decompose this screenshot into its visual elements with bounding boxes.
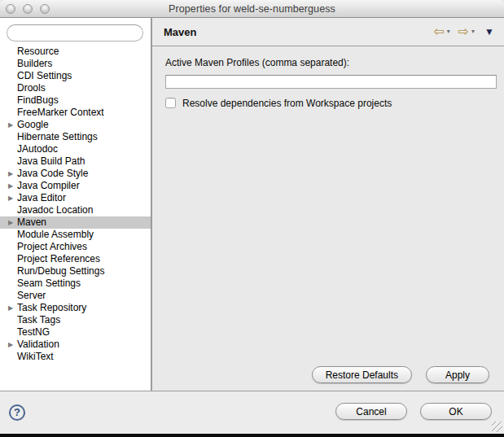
tree-item-label: Javadoc Location bbox=[17, 204, 93, 216]
tree-item-freemarker-context[interactable]: FreeMarker Context bbox=[0, 107, 151, 119]
tree-item-label: WikiText bbox=[17, 351, 54, 363]
tree-item-server[interactable]: Server bbox=[0, 290, 151, 302]
page-title: Maven bbox=[164, 26, 433, 38]
tree-item-wikitext[interactable]: WikiText bbox=[0, 351, 151, 363]
tree-item-java-code-style[interactable]: ▶Java Code Style bbox=[0, 168, 151, 180]
tree-item-label: Validation bbox=[17, 339, 59, 351]
tree-item-label: Resource bbox=[17, 46, 59, 58]
tree-item-task-repository[interactable]: ▶Task Repository bbox=[0, 302, 151, 314]
disclosure-triangle-icon[interactable]: ▶ bbox=[8, 119, 17, 131]
window-controls bbox=[6, 4, 50, 14]
apply-button[interactable]: Apply bbox=[426, 366, 489, 383]
tree-item-project-archives[interactable]: Project Archives bbox=[0, 241, 151, 253]
tree-item-jautodoc[interactable]: JAutodoc bbox=[0, 143, 151, 155]
tree-item-project-references[interactable]: Project References bbox=[0, 253, 151, 265]
tree-item-drools[interactable]: Drools bbox=[0, 82, 151, 94]
tree-item-label: Server bbox=[17, 290, 46, 302]
tree-item-label: Drools bbox=[17, 82, 46, 94]
tree-item-builders[interactable]: Builders bbox=[0, 58, 151, 70]
close-button[interactable] bbox=[6, 4, 15, 14]
resolve-dependencies-label: Resolve dependencies from Workspace proj… bbox=[182, 98, 392, 109]
disclosure-triangle-icon[interactable]: ▶ bbox=[8, 192, 17, 204]
dialog-buttons: Cancel OK bbox=[335, 403, 492, 420]
tree-item-label: TestNG bbox=[17, 326, 50, 339]
tree-item-label: FreeMarker Context bbox=[17, 107, 104, 119]
tree-item-label: Builders bbox=[17, 58, 52, 70]
cancel-button[interactable]: Cancel bbox=[335, 403, 407, 420]
tree-item-label: CDI Settings bbox=[17, 70, 72, 82]
filter-input[interactable] bbox=[7, 24, 143, 42]
tree-item-java-build-path[interactable]: Java Build Path bbox=[0, 155, 151, 168]
back-arrow-icon[interactable]: ⇦ bbox=[433, 25, 444, 38]
maven-settings-panel: Active Maven Profiles (comma separated):… bbox=[152, 46, 504, 391]
disclosure-triangle-icon[interactable]: ▶ bbox=[8, 180, 17, 192]
tree-item-task-tags[interactable]: Task Tags bbox=[0, 314, 151, 326]
ok-button[interactable]: OK bbox=[420, 403, 492, 420]
tree-item-label: Project References bbox=[17, 253, 100, 265]
properties-dialog: Properties for weld-se-numberguess Resou… bbox=[0, 0, 504, 437]
zoom-button[interactable] bbox=[40, 4, 50, 14]
window-bottom-edge bbox=[0, 434, 504, 437]
tree-item-label: Seam Settings bbox=[17, 277, 81, 290]
tree-item-validation[interactable]: ▶Validation bbox=[0, 339, 151, 351]
titlebar[interactable]: Properties for weld-se-numberguess bbox=[0, 0, 504, 18]
tree-item-label: Task Tags bbox=[17, 314, 60, 326]
tree-item-label: Google bbox=[17, 119, 49, 131]
tree-item-label: Task Repository bbox=[17, 302, 86, 314]
help-button[interactable]: ? bbox=[9, 404, 25, 421]
content-header: Maven ⇦ ▾ ⇨ ▾ ▼ bbox=[152, 18, 504, 46]
sidebar: ResourceBuildersCDI SettingsDroolsFindBu… bbox=[0, 18, 152, 391]
resolve-dependencies-row: Resolve dependencies from Workspace proj… bbox=[165, 98, 497, 109]
tree-item-label: Module Assembly bbox=[17, 229, 94, 241]
tree-item-cdi-settings[interactable]: CDI Settings bbox=[0, 70, 151, 82]
content-pane: Maven ⇦ ▾ ⇨ ▾ ▼ Active Maven Profiles (c… bbox=[152, 18, 504, 391]
disclosure-triangle-icon[interactable]: ▶ bbox=[8, 302, 17, 314]
disclosure-triangle-icon[interactable]: ▶ bbox=[8, 216, 17, 229]
resolve-dependencies-checkbox[interactable] bbox=[165, 98, 176, 108]
disclosure-triangle-icon[interactable]: ▶ bbox=[8, 168, 17, 180]
restore-defaults-button[interactable]: Restore Defaults bbox=[312, 366, 412, 383]
profiles-input[interactable] bbox=[165, 75, 497, 89]
tree-item-label: Hibernate Settings bbox=[17, 131, 98, 143]
tree-item-label: Run/Debug Settings bbox=[17, 265, 104, 277]
forward-arrow-icon[interactable]: ⇨ bbox=[458, 25, 469, 38]
tree-item-label: FindBugs bbox=[17, 94, 59, 107]
tree-item-seam-settings[interactable]: Seam Settings bbox=[0, 277, 151, 290]
tree-item-maven[interactable]: ▶Maven bbox=[0, 216, 151, 229]
tree-item-javadoc-location[interactable]: Javadoc Location bbox=[0, 204, 151, 216]
view-menu-icon[interactable]: ▼ bbox=[484, 27, 494, 37]
header-nav: ⇦ ▾ ⇨ ▾ ▼ bbox=[433, 25, 494, 38]
minimize-button[interactable] bbox=[23, 4, 33, 14]
tree-item-findbugs[interactable]: FindBugs bbox=[0, 94, 151, 107]
tree-item-label: Java Code Style bbox=[17, 168, 88, 180]
tree-item-label: Java Compiler bbox=[17, 180, 80, 192]
tree-item-resource[interactable]: Resource bbox=[0, 46, 151, 58]
properties-tree: ResourceBuildersCDI SettingsDroolsFindBu… bbox=[0, 45, 151, 391]
tree-item-testng[interactable]: TestNG bbox=[0, 326, 151, 339]
profiles-label: Active Maven Profiles (comma separated): bbox=[165, 57, 497, 68]
resize-grip-icon[interactable] bbox=[492, 422, 502, 432]
main-area: ResourceBuildersCDI SettingsDroolsFindBu… bbox=[0, 18, 504, 391]
filter-container bbox=[0, 18, 151, 45]
tree-item-label: Project Archives bbox=[17, 241, 87, 253]
back-dropdown-icon[interactable]: ▾ bbox=[447, 28, 450, 35]
tree-item-run-debug-settings[interactable]: Run/Debug Settings bbox=[0, 265, 151, 277]
tree-item-label: JAutodoc bbox=[17, 143, 58, 155]
tree-item-label: Java Build Path bbox=[17, 155, 85, 168]
tree-item-label: Java Editor bbox=[17, 192, 66, 204]
window-title: Properties for weld-se-numberguess bbox=[169, 3, 335, 15]
disclosure-triangle-icon[interactable]: ▶ bbox=[8, 339, 17, 351]
tree-item-google[interactable]: ▶Google bbox=[0, 119, 151, 131]
footer-bar: ? Cancel OK bbox=[0, 391, 504, 434]
forward-dropdown-icon[interactable]: ▾ bbox=[471, 28, 475, 35]
tree-item-java-editor[interactable]: ▶Java Editor bbox=[0, 192, 151, 204]
tree-item-module-assembly[interactable]: Module Assembly bbox=[0, 229, 151, 241]
tree-item-label: Maven bbox=[17, 216, 46, 229]
tree-item-java-compiler[interactable]: ▶Java Compiler bbox=[0, 180, 151, 192]
panel-buttons: Restore Defaults Apply bbox=[312, 366, 489, 383]
tree-item-hibernate-settings[interactable]: Hibernate Settings bbox=[0, 131, 151, 143]
